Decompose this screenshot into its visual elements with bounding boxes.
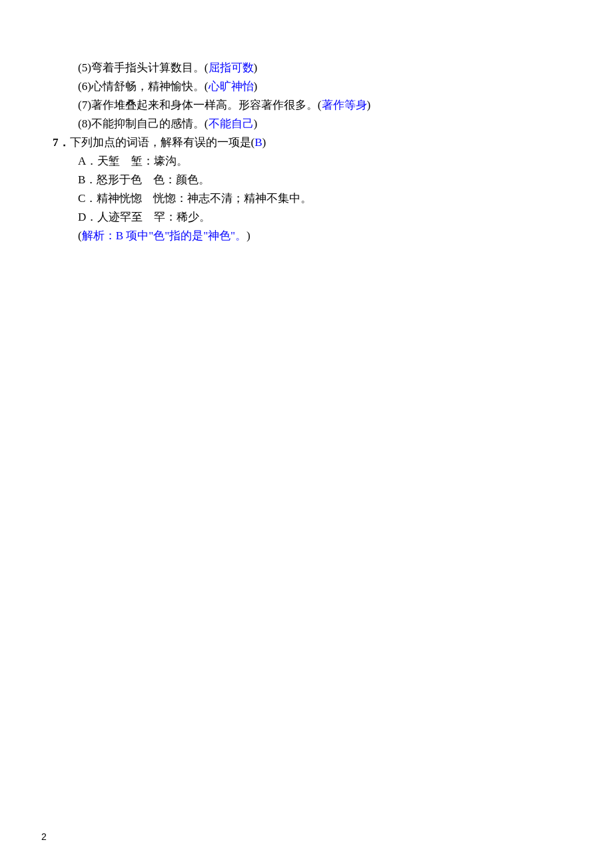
fill-line: (5)弯着手指头计算数目。(屈指可数) (41, 59, 572, 77)
fill-answer: 著作等身 (322, 99, 367, 111)
fill-text: 心情舒畅，精神愉快。( (91, 80, 209, 93)
fill-line: (8)不能抑制自己的感情。(不能自己) (41, 115, 572, 133)
page-number: 2 (41, 829, 47, 845)
option-a: A．天堑 堑：壕沟。 (41, 152, 572, 171)
fill-line: (7)著作堆叠起来和身体一样高。形容著作很多。(著作等身) (41, 96, 572, 115)
page-content: (5)弯着手指头计算数目。(屈指可数) (6)心情舒畅，精神愉快。(心旷神怡) … (0, 0, 613, 245)
fill-tail: ) (367, 99, 371, 111)
question-stem-pre: 下列加点的词语，解释有误的一项是( (70, 136, 255, 149)
analysis-text: 解析：B 项中"色"指的是"神色"。 (82, 229, 247, 242)
fill-answer: 屈指可数 (209, 61, 254, 74)
fill-tail: ) (254, 117, 258, 130)
fill-text: 著作堆叠起来和身体一样高。形容著作很多。( (91, 99, 322, 111)
question-stem-post: ) (263, 136, 267, 149)
fill-answer: 心旷神怡 (209, 80, 254, 93)
fill-num: (6) (78, 80, 91, 93)
fill-num: (8) (78, 117, 91, 130)
question-number: 7． (53, 136, 70, 149)
fill-num: (7) (78, 99, 91, 111)
fill-text: 不能抑制自己的感情。( (91, 117, 209, 130)
fill-text: 弯着手指头计算数目。( (91, 61, 209, 74)
fill-num: (5) (78, 61, 91, 74)
option-d: D．人迹罕至 罕：稀少。 (41, 208, 572, 227)
option-c: C．精神恍惚 恍惚：神志不清；精神不集中。 (41, 189, 572, 208)
analysis-line: (解析：B 项中"色"指的是"神色"。) (41, 227, 572, 245)
fill-tail: ) (254, 61, 258, 74)
fill-tail: ) (254, 80, 258, 93)
fill-answer: 不能自己 (209, 117, 254, 130)
fill-line: (6)心情舒畅，精神愉快。(心旷神怡) (41, 77, 572, 96)
analysis-post: ) (247, 229, 251, 242)
question-answer: B (255, 136, 262, 149)
option-b: B．怒形于色 色：颜色。 (41, 171, 572, 189)
question-7-stem: 7．下列加点的词语，解释有误的一项是(B) (41, 133, 572, 152)
